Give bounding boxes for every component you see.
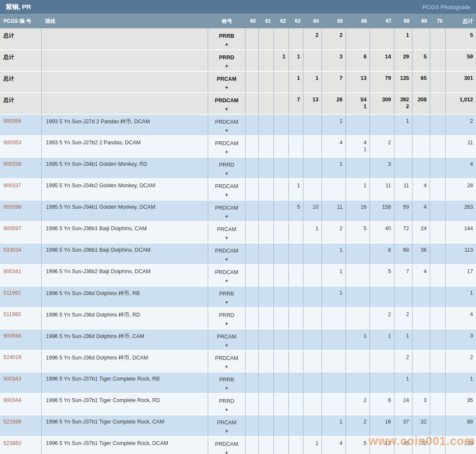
pcgs-number-link[interactable]: 900337 — [3, 183, 21, 189]
grade-count: 2 — [395, 354, 409, 361]
pcgs-number-link[interactable]: 900341 — [3, 268, 21, 274]
pcgs-number-link[interactable]: 900568 — [3, 333, 21, 339]
grade-cell-68: 1 — [394, 29, 412, 50]
grade-cell-69 — [412, 136, 430, 158]
grade-cell-67: 3 — [370, 158, 394, 179]
photograde-link[interactable]: PCGS Photograde — [422, 4, 470, 10]
pcgs-number-link[interactable]: 523882 — [3, 440, 21, 446]
grade-cell-64 — [303, 158, 322, 179]
grade-count: 5 — [347, 440, 367, 447]
grade-cell-66 — [346, 115, 370, 136]
grade-cell-70 — [430, 50, 446, 72]
grade-count: 8 — [371, 247, 391, 253]
grade-count: 2 — [323, 225, 343, 232]
designation-label: PRCAM — [209, 332, 245, 341]
grade-cell-64: 2 — [303, 29, 322, 50]
total-cell: 28 — [446, 179, 476, 201]
grade-cell-61 — [259, 115, 274, 136]
grade-count: 3 — [323, 53, 343, 60]
grade-count: 5 — [371, 268, 391, 275]
grade-cell-64 — [303, 179, 322, 201]
grade-count: 36 — [413, 247, 427, 253]
pcgs-number-link[interactable]: 900336 — [3, 161, 21, 167]
grade-cell-60 — [246, 372, 259, 394]
designation-label: PRDCAM — [209, 247, 245, 255]
designation-cell: PRDCAM+ — [208, 179, 246, 201]
grade-cell-69 — [412, 158, 430, 179]
population-table: PCGS 编 号描述称号6061626364656667686970总计 总计P… — [0, 14, 476, 454]
description-cell: 1993 5 Yn Sun-J27d 2 Pandas 样币, DCAM — [42, 115, 208, 136]
grade-count: 2 — [323, 32, 343, 39]
pcgs-number-link[interactable]: 511983 — [3, 311, 21, 317]
pcgs-number-link[interactable]: 900344 — [3, 397, 21, 403]
column-header: 62 — [274, 14, 289, 29]
pcgs-number-link[interactable]: 521596 — [3, 419, 21, 425]
grade-cell-63 — [289, 394, 303, 415]
pcgs-number-link[interactable]: 900343 — [3, 376, 21, 382]
grade-cell-63: 1 — [289, 72, 303, 93]
grade-cell-61 — [259, 179, 274, 201]
grade-cell-67: 16 — [370, 415, 394, 437]
grade-count: 1 — [323, 268, 343, 275]
grade-count: 24 — [413, 225, 427, 232]
designation-plus: + — [209, 363, 245, 371]
summary-label-cell: 总计 — [0, 50, 42, 72]
grade-count: 5 — [347, 225, 367, 232]
designation-cell: PRRB+ — [208, 29, 246, 50]
grade-cell-68: 2 — [394, 308, 412, 329]
pcgs-number-link[interactable]: 900353 — [3, 140, 21, 146]
grade-count: 1 — [323, 418, 343, 425]
grade-cell-64 — [303, 329, 322, 351]
designation-plus: + — [209, 277, 245, 285]
designation-cell: PRRB+ — [208, 372, 246, 394]
page: 紫铜, PR PCGS Photograde PCGS 编 号描述称号60616… — [0, 0, 476, 454]
grade-cell-70 — [430, 201, 446, 222]
grade-cell-67 — [370, 351, 394, 372]
pcgs-number-link[interactable]: 511982 — [3, 290, 21, 296]
table-row: 9003441996 5 Yn Sun-J37b1 Tiger Complete… — [0, 394, 476, 415]
designation-cell: PRDCAM+ — [208, 265, 246, 286]
pcgs-number-link[interactable]: 900356 — [3, 118, 21, 124]
designation-label: PRDCAM — [209, 182, 245, 191]
grade-cell-61 — [259, 222, 274, 244]
grade-cell-62 — [274, 72, 289, 93]
pcgs-number-cell: 900596 — [0, 201, 42, 222]
designation-plus: + — [209, 298, 245, 307]
grade-cell-70 — [430, 72, 446, 93]
pcgs-number-link[interactable]: 524019 — [3, 354, 21, 360]
grade-cell-60 — [246, 136, 259, 158]
grade-cell-62: 1 — [274, 50, 289, 72]
grade-count: 1 — [395, 32, 409, 39]
total-cell: 301 — [446, 72, 476, 93]
designation-plus: + — [209, 320, 245, 328]
grade-cell-66 — [346, 351, 370, 372]
grade-cell-60 — [246, 394, 259, 415]
grade-cell-62 — [274, 286, 289, 308]
column-header: PCGS 编 号 — [0, 14, 42, 29]
grade-cell-61 — [259, 29, 274, 50]
description-cell: 1995 5 Yn Sun-J34b2 Golden Monkey, DCAM — [42, 179, 208, 201]
description-cell — [42, 93, 208, 115]
grade-cell-69: 4 — [412, 201, 430, 222]
grade-cell-65 — [322, 372, 346, 394]
column-header: 称号 — [208, 14, 246, 29]
grade-cell-68: 72 — [394, 222, 412, 244]
table-row: 9003371995 5 Yn Sun-J34b2 Golden Monkey,… — [0, 179, 476, 201]
grade-cell-70 — [430, 179, 446, 201]
total-cell: 1 — [446, 372, 476, 394]
designation-plus: + — [209, 62, 245, 70]
grade-count: 6 — [347, 53, 367, 60]
grade-cell-65 — [322, 308, 346, 329]
pcgs-number-link[interactable]: 900597 — [3, 225, 21, 232]
grade-count: 11 — [395, 182, 409, 189]
grade-cell-68: 24 — [394, 394, 412, 415]
grade-cell-67 — [370, 115, 394, 136]
designation-plus: + — [209, 384, 245, 393]
grade-cell-66 — [346, 265, 370, 286]
grade-cell-62 — [274, 415, 289, 437]
grade-cell-65: 1 — [322, 115, 346, 136]
table-row: 9003431996 5 Yn Sun-J37b1 Tiger Complete… — [0, 372, 476, 394]
pcgs-number-link[interactable]: 900596 — [3, 204, 21, 210]
pcgs-number-link[interactable]: 533034 — [3, 247, 21, 253]
grade-count: 309 — [371, 96, 391, 103]
